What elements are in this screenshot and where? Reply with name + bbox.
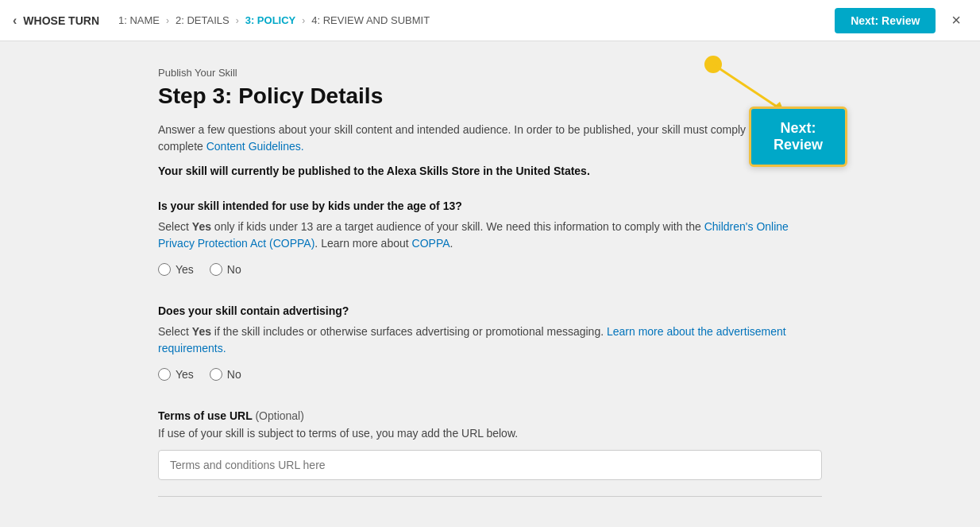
advertising-section-desc: Select Yes if the skill includes or othe… xyxy=(158,324,822,357)
next-review-highlight-button[interactable]: Next: Review xyxy=(749,107,847,167)
step-4-label: 4: REVIEW AND SUBMIT xyxy=(311,14,430,26)
step-1-label: 1: NAME xyxy=(118,14,160,26)
header: ‹ WHOSE TURN 1: NAME › 2: DETAILS › 3: P… xyxy=(0,0,980,41)
advertising-no-radio[interactable] xyxy=(210,368,222,381)
kids-section: Is your skill intended for use by kids u… xyxy=(158,200,822,276)
terms-desc: If use of your skill is subject to terms… xyxy=(158,425,822,442)
coppa-link[interactable]: Children's Online Privacy Protection Act… xyxy=(158,220,789,250)
step-2-label: 2: DETAILS xyxy=(176,14,230,26)
content-guidelines-link[interactable]: Content Guidelines. xyxy=(206,140,304,153)
kids-no-label[interactable]: No xyxy=(210,263,241,276)
next-review-button[interactable]: Next: Review xyxy=(835,8,936,33)
advertising-radio-group: Yes No xyxy=(158,368,822,381)
step-separator-1: › xyxy=(166,15,169,26)
bold-notice: Your skill will currently be published t… xyxy=(158,165,822,177)
kids-yes-text: Yes xyxy=(176,263,194,276)
step-4[interactable]: 4: REVIEW AND SUBMIT xyxy=(311,14,430,26)
terms-label: Terms of use URL (Optional) xyxy=(158,409,822,422)
step-separator-2: › xyxy=(236,15,239,26)
advertising-yes-text: Yes xyxy=(176,368,194,381)
divider-bottom xyxy=(158,496,822,497)
step-2[interactable]: 2: DETAILS xyxy=(176,14,230,26)
advertising-section: Does your skill contain advertising? Sel… xyxy=(158,304,822,381)
kids-section-desc: Select Yes only if kids under 13 are a t… xyxy=(158,219,822,252)
step-3[interactable]: 3: POLICY xyxy=(245,14,296,26)
ad-requirements-link[interactable]: Learn more about the advertisement requi… xyxy=(158,325,786,355)
breadcrumb-steps: 1: NAME › 2: DETAILS › 3: POLICY › 4: RE… xyxy=(118,14,835,26)
kids-radio-group: Yes No xyxy=(158,263,822,276)
svg-line-0 xyxy=(713,64,784,111)
header-actions: Next: Review × xyxy=(835,8,967,33)
coppa-link-2[interactable]: COPPA xyxy=(412,237,450,250)
terms-url-input[interactable] xyxy=(158,450,822,480)
step-separator-3: › xyxy=(302,15,305,26)
back-link[interactable]: ‹ WHOSE TURN xyxy=(13,14,99,28)
terms-optional: (Optional) xyxy=(255,409,303,422)
kids-yes-radio[interactable] xyxy=(158,263,171,276)
description-text: Answer a few questions about your skill … xyxy=(158,122,822,155)
advertising-yes-label[interactable]: Yes xyxy=(158,368,194,381)
app-title: WHOSE TURN xyxy=(23,14,99,27)
chevron-left-icon: ‹ xyxy=(13,14,17,28)
main-content: Next: Review Publish Your Skill Step 3: … xyxy=(133,67,847,497)
step-1[interactable]: 1: NAME xyxy=(118,14,160,26)
advertising-section-title: Does your skill contain advertising? xyxy=(158,304,822,317)
step-3-label: 3: POLICY xyxy=(245,14,296,26)
kids-no-radio[interactable] xyxy=(210,263,222,276)
terms-section: Terms of use URL (Optional) If use of yo… xyxy=(158,409,822,480)
kids-no-text: No xyxy=(227,263,241,276)
kids-section-title: Is your skill intended for use by kids u… xyxy=(158,200,822,212)
kids-yes-label[interactable]: Yes xyxy=(158,263,194,276)
advertising-no-label[interactable]: No xyxy=(210,368,241,381)
advertising-no-text: No xyxy=(227,368,241,381)
close-button[interactable]: × xyxy=(945,8,967,33)
advertising-yes-radio[interactable] xyxy=(158,368,171,381)
